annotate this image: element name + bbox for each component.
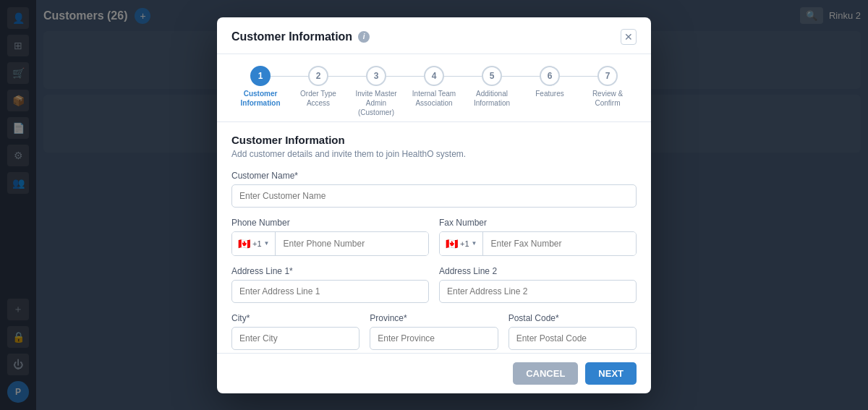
modal-title-group: Customer Information i (231, 30, 370, 43)
stepper: 1 CustomerInformation 2 Order Type Acces… (217, 54, 651, 122)
modal-overlay: Customer Information i ✕ 1 CustomerInfor… (0, 0, 868, 410)
fax-number-label: Fax Number (439, 218, 637, 228)
city-group: City* (231, 313, 359, 350)
phone-number-label: Phone Number (231, 218, 429, 228)
step-circle-2: 2 (308, 66, 328, 86)
fax-input-group: 🇨🇦 +1 ▼ (439, 231, 637, 256)
modal-footer: CANCEL NEXT (217, 353, 651, 393)
step-circle-7: 7 (597, 66, 618, 86)
modal-body: Customer Information Add customer detail… (217, 122, 651, 353)
fax-country-code: +1 (460, 239, 469, 248)
customer-information-modal: Customer Information i ✕ 1 CustomerInfor… (217, 17, 651, 393)
step-label-4: Internal TeamAssociation (412, 89, 456, 108)
info-icon[interactable]: i (358, 31, 370, 43)
step-label-7: Review & Confirm (582, 89, 633, 108)
address-row: Address Line 1* Address Line 2 (231, 266, 637, 313)
step-6[interactable]: 6 Features (521, 66, 579, 98)
phone-country-code: +1 (252, 239, 262, 248)
cancel-button[interactable]: CANCEL (513, 362, 578, 385)
step-circle-5: 5 (482, 66, 502, 86)
fax-country-selector[interactable]: 🇨🇦 +1 ▼ (440, 232, 483, 255)
phone-fax-row: Phone Number 🇨🇦 +1 ▼ Fax Number (231, 218, 637, 266)
step-label-6: Features (535, 89, 563, 98)
fax-number-input[interactable] (483, 232, 636, 255)
postal-code-label: Postal Code* (509, 313, 637, 323)
fax-number-group: Fax Number 🇨🇦 +1 ▼ (439, 218, 637, 256)
city-label: City* (231, 313, 359, 323)
phone-number-input[interactable] (276, 232, 428, 255)
phone-flag-icon: 🇨🇦 (238, 238, 250, 249)
fax-flag-icon: 🇨🇦 (446, 238, 458, 249)
customer-name-group: Customer Name* (231, 171, 637, 208)
city-province-postal-row: City* Province* Postal Code* (231, 313, 637, 353)
step-label-3: Invite MasterAdmin (Customer) (351, 89, 401, 117)
step-5[interactable]: 5 AdditionalInformation (463, 66, 521, 108)
postal-code-input[interactable] (509, 327, 637, 350)
step-3[interactable]: 3 Invite MasterAdmin (Customer) (347, 66, 405, 117)
section-desc: Add customer details and invite them to … (231, 149, 637, 159)
step-label-5: AdditionalInformation (474, 89, 510, 108)
step-circle-6: 6 (540, 66, 560, 86)
address-line1-group: Address Line 1* (231, 266, 429, 303)
address-line1-label: Address Line 1* (231, 266, 429, 276)
step-label-2: Order Type Access (293, 89, 344, 108)
step-circle-3: 3 (366, 66, 386, 86)
fax-chevron-icon: ▼ (472, 240, 477, 247)
step-1[interactable]: 1 CustomerInformation (231, 66, 289, 108)
step-circle-4: 4 (424, 66, 444, 86)
step-label-1: CustomerInformation (241, 89, 281, 108)
postal-code-group: Postal Code* (509, 313, 637, 350)
close-button[interactable]: ✕ (621, 29, 637, 45)
step-4[interactable]: 4 Internal TeamAssociation (405, 66, 463, 108)
section-title: Customer Information (231, 134, 637, 146)
province-label: Province* (370, 313, 498, 323)
phone-input-group: 🇨🇦 +1 ▼ (231, 231, 429, 256)
address-line2-group: Address Line 2 (439, 266, 637, 303)
customer-name-input[interactable] (231, 184, 637, 208)
address-line1-input[interactable] (231, 280, 429, 303)
modal-header: Customer Information i ✕ (217, 17, 651, 54)
customer-name-label: Customer Name* (231, 171, 637, 181)
phone-number-group: Phone Number 🇨🇦 +1 ▼ (231, 218, 429, 256)
phone-chevron-icon: ▼ (264, 240, 270, 247)
province-input[interactable] (370, 327, 498, 350)
step-circle-1: 1 (250, 66, 271, 86)
province-group: Province* (370, 313, 498, 350)
address-line2-input[interactable] (439, 280, 637, 303)
step-2[interactable]: 2 Order Type Access (289, 66, 347, 108)
step-7[interactable]: 7 Review & Confirm (579, 66, 637, 108)
address-line2-label: Address Line 2 (439, 266, 637, 276)
city-input[interactable] (231, 327, 359, 350)
modal-title-text: Customer Information (231, 30, 352, 43)
phone-country-selector[interactable]: 🇨🇦 +1 ▼ (232, 232, 276, 255)
next-button[interactable]: NEXT (585, 362, 637, 385)
